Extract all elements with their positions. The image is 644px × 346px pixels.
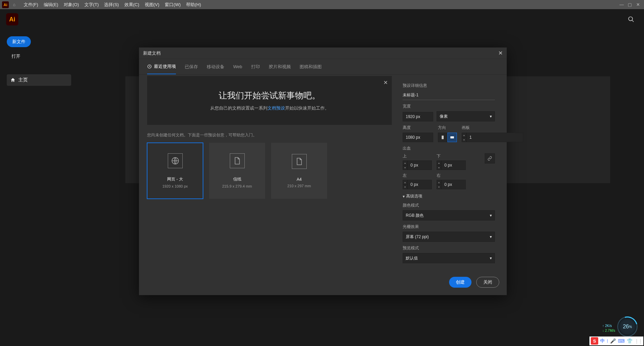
close-button[interactable]: 关闭 [476,277,499,288]
link-bleed-icon[interactable] [485,153,495,164]
preset-card-a4[interactable]: A4 210 x 297 mm [271,143,327,199]
preset-title: A4 [297,177,302,182]
menu-file[interactable]: 文件(F) [21,2,41,8]
raster-select[interactable]: 屏幕 (72 ppi) ▾ [403,232,495,242]
orientation-label: 方向 [438,125,457,131]
chevron-down-icon: ▾ [490,256,492,261]
color-mode-select[interactable]: RGB 颜色 ▾ [403,210,495,220]
chevron-down-icon: ▾ [490,213,492,218]
ime-keyboard-icon[interactable]: ⌨ [618,338,625,344]
menu-edit[interactable]: 编辑(E) [41,2,61,8]
bleed-label: 出血 [403,146,495,151]
network-monitor-widget[interactable]: 26% [618,318,637,336]
menu-object[interactable]: 对象(O) [61,2,82,8]
new-file-button[interactable]: 新文件 [7,36,31,47]
hero-banner: ✕ 让我们开始尝试新事物吧。 从您自己的文档设置或一系列文档预设开始以快速开始工… [147,76,392,125]
ime-punct-icon[interactable]: ⁞ [607,338,608,344]
raster-value: 屏幕 (72 ppi) [406,234,429,240]
chevron-down-icon: ▾ [403,194,405,199]
width-field[interactable] [403,112,433,121]
artboard-field[interactable] [466,133,523,142]
dialog-close-icon[interactable]: ✕ [498,50,503,56]
ime-skin-icon[interactable]: 👕 [627,338,632,344]
preset-thumb-icon [292,154,307,169]
tab-print[interactable]: 打印 [251,59,260,74]
menu-effect[interactable]: 效果(C) [122,2,142,8]
bleed-bottom-label: 下 [437,153,466,159]
hero-close-icon[interactable]: ✕ [383,79,388,86]
color-mode-value: RGB 颜色 [406,213,424,218]
hero-link[interactable]: 文档预设 [267,105,285,111]
preset-dims: 215.9 x 279.4 mm [222,184,252,188]
advanced-label: 高级选项 [406,193,422,199]
preset-thumb-icon [230,153,245,168]
tab-recent[interactable]: 最近使用项 [147,59,176,74]
dialog-left-pane: ✕ 让我们开始尝试新事物吧。 从您自己的文档设置或一系列文档预设开始以快速开始工… [139,75,400,295]
bleed-right-field[interactable] [441,180,466,189]
window-maximize[interactable]: ▢ [626,2,634,7]
menu-window[interactable]: 窗口(W) [162,2,183,8]
bleed-top-label: 上 [403,153,432,159]
preset-thumb-icon [168,153,183,168]
bleed-bottom-stepper[interactable]: ▴▾ [437,160,441,170]
bleed-left-stepper[interactable]: ▴▾ [403,180,407,189]
height-field[interactable] [403,133,433,142]
svg-line-1 [632,20,634,22]
tab-art[interactable]: 图稿和插图 [300,59,322,74]
menu-view[interactable]: 视图(V) [142,2,162,8]
tab-web[interactable]: Web [233,59,242,74]
artboard-label: 画板 [462,125,523,131]
width-label: 宽度 [403,103,495,109]
ime-mic-icon[interactable]: 🎤 [610,338,616,344]
window-close[interactable]: ✕ [634,2,642,7]
tray-grip-icon[interactable]: ⋮⋮ [635,339,642,344]
color-mode-label: 颜色模式 [403,203,495,208]
preset-card-letter[interactable]: 信纸 215.9 x 279.4 mm [209,143,265,199]
details-heading: 预设详细信息 [403,83,495,89]
window-minimize[interactable]: ― [618,2,626,7]
units-value: 像素 [440,114,448,119]
bleed-right-stepper[interactable]: ▴▾ [437,180,441,189]
open-button[interactable]: 打开 [7,51,71,61]
raster-label: 光栅效果 [403,224,495,230]
left-sidebar: 新文件 打开 主页 [0,30,78,93]
app-badge: Ai [2,1,9,8]
sidebar-label: 主页 [18,77,28,83]
preset-title: 信纸 [233,176,241,182]
menu-help[interactable]: 帮助(H) [183,2,204,8]
preset-card-web-large[interactable]: 网页 - 大 1920 x 1080 px [147,143,203,199]
bleed-left-field[interactable] [407,180,432,189]
chevron-down-icon: ▾ [490,114,492,119]
menu-select[interactable]: 选择(S) [101,2,121,8]
search-icon[interactable] [624,16,638,23]
bleed-left-label: 左 [403,173,432,178]
artboard-stepper[interactable]: ▴▾ [462,133,466,142]
ime-language[interactable]: 中 [600,338,605,344]
preview-mode-select[interactable]: 默认值 ▾ [403,253,495,263]
units-select[interactable]: 像素 ▾ [437,111,495,121]
bleed-top-field[interactable] [407,160,432,170]
chevron-down-icon: ▾ [490,234,492,239]
tab-mobile[interactable]: 移动设备 [207,59,224,74]
preset-dims: 1920 x 1080 px [162,184,188,188]
dialog-tabs: 最近使用项 已保存 移动设备 Web 打印 胶片和视频 图稿和插图 [139,59,507,75]
tab-film[interactable]: 胶片和视频 [269,59,291,74]
orientation-landscape[interactable] [447,133,457,142]
hero-subtitle: 从您自己的文档设置或一系列文档预设开始以快速开始工作。 [210,105,329,111]
bleed-top-stepper[interactable]: ▴▾ [403,160,407,170]
bleed-bottom-field[interactable] [441,160,466,170]
tab-saved[interactable]: 已保存 [185,59,198,74]
preview-mode-label: 预览模式 [403,245,495,251]
dialog-titlebar: 新建文档 ✕ [139,47,507,59]
svg-rect-5 [450,136,454,138]
ime-tray[interactable]: S 中 ⁞ 🎤 ⌨ 👕 ⋮⋮ [589,337,643,345]
create-button[interactable]: 创建 [449,277,471,288]
advanced-options-toggle[interactable]: ▾ 高级选项 [403,193,495,199]
new-document-dialog: 新建文档 ✕ 最近使用项 已保存 移动设备 Web 打印 胶片和视频 图稿和插图… [139,47,507,295]
menu-type[interactable]: 文字(T) [82,2,102,8]
orientation-portrait[interactable] [438,133,447,142]
home-icon[interactable]: ⌂ [11,2,18,7]
sogou-ime-icon[interactable]: S [591,337,598,345]
document-name-field[interactable] [403,91,495,100]
sidebar-item-home[interactable]: 主页 [7,74,71,86]
